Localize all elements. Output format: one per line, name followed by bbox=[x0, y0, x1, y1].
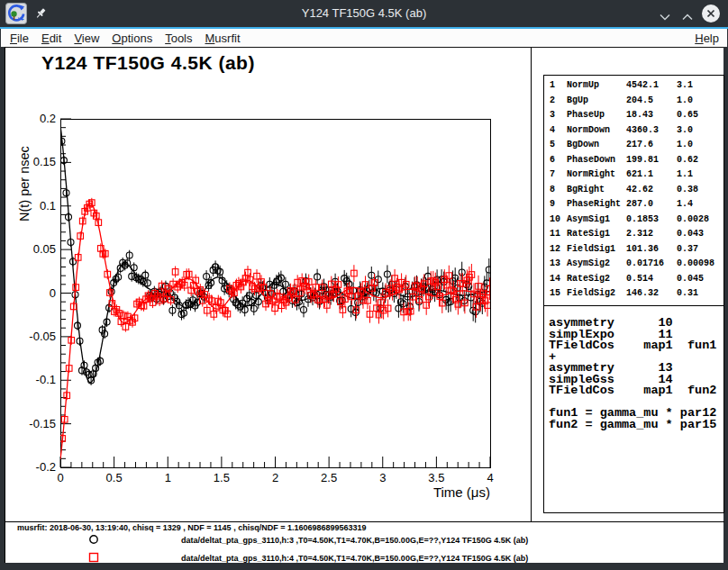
x-tick-label: 1 bbox=[165, 471, 171, 484]
window-title: Y124 TF150G 4.5K (ab) bbox=[0, 6, 728, 20]
param-row: 3PhaseUp18.430.65 bbox=[544, 108, 723, 123]
y-tick-label: 0.1 bbox=[40, 199, 56, 213]
y-tick-label: 0 bbox=[50, 286, 56, 300]
theory-line: TFieldCos map1 fun1 bbox=[549, 340, 723, 352]
maximize-button[interactable] bbox=[681, 9, 694, 25]
data-series-1 bbox=[59, 126, 492, 385]
param-row: 4NormDown4360.33.0 bbox=[544, 123, 723, 139]
plot-title: Y124 TF150G 4.5K (ab) bbox=[41, 52, 255, 74]
x-tick-label: 3.5 bbox=[428, 471, 444, 484]
theory-box: asymmetry 10simplExpo 11TFieldCos map1 f… bbox=[543, 305, 724, 513]
x-tick-label: 3 bbox=[379, 471, 386, 484]
x-tick-label: 0 bbox=[57, 471, 63, 484]
y-tick-label: 0.15 bbox=[33, 155, 56, 168]
legend-label: data/deltat_pta_gps_3110,h:3 ,T0=4.50K,T… bbox=[181, 536, 528, 545]
fit-status-line: musrfit: 2018-06-30, 13:19:40, chisq = 1… bbox=[17, 523, 366, 532]
y-tick-label: -0.15 bbox=[29, 417, 56, 430]
param-row: 2BgUp204.51.0 bbox=[544, 94, 723, 109]
y-tick-label: 0.2 bbox=[40, 112, 56, 125]
param-row: 7NormRight621.11.1 bbox=[544, 167, 723, 183]
menu-item-file[interactable]: File bbox=[4, 32, 35, 45]
app-window: ++ Y124 TF150G 4.5K (ab) bbox=[0, 0, 728, 570]
title-bar: ++ Y124 TF150G 4.5K (ab) bbox=[0, 0, 728, 27]
close-button[interactable] bbox=[701, 4, 721, 27]
parameter-box: 1NormUp4542.13.12BgUp204.51.03PhaseUp18.… bbox=[543, 75, 724, 306]
param-row: 9PhaseRight287.01.4 bbox=[544, 197, 723, 213]
param-row: 6PhaseDown199.810.62 bbox=[544, 153, 723, 168]
param-row: 13AsymSig20.017160.00098 bbox=[544, 257, 723, 272]
x-tick-label: 2 bbox=[272, 471, 278, 484]
legend-label: data/deltat_pta_gps_3110,h:4 ,T0=4.50K,T… bbox=[181, 554, 528, 563]
menu-item-tools[interactable]: Tools bbox=[159, 32, 198, 45]
legend-marker-square-icon bbox=[88, 552, 99, 563]
param-row: 12FieldSig1101.360.37 bbox=[544, 242, 723, 258]
menu-item-help[interactable]: Help bbox=[687, 32, 727, 45]
param-row: 11RateSig12.3120.043 bbox=[544, 227, 723, 242]
menu-bar: FileEditViewOptionsToolsMusrfit Help bbox=[1, 29, 727, 47]
y-tick-label: -0.2 bbox=[36, 460, 56, 474]
theory-line: TFieldCos map1 fun2 bbox=[549, 385, 723, 397]
menu-item-options[interactable]: Options bbox=[105, 32, 159, 45]
x-axis-title: Time (μs) bbox=[364, 484, 490, 500]
pad-divider-horizontal bbox=[5, 521, 724, 522]
y-tick-label: -0.05 bbox=[29, 330, 56, 343]
param-row: 14RateSig20.5140.045 bbox=[544, 272, 723, 287]
legend-marker-circle-icon bbox=[88, 534, 99, 545]
x-tick-label: 1.5 bbox=[214, 471, 230, 484]
y-tick-label: 0.05 bbox=[33, 242, 56, 256]
param-row: 1NormUp4542.13.1 bbox=[544, 78, 723, 94]
plot-area[interactable]: 00.511.522.533.540.20.150.10.050-0.05-0.… bbox=[5, 48, 531, 521]
root-canvas: 00.511.522.533.540.20.150.10.050-0.05-0.… bbox=[5, 47, 723, 563]
param-row: 15FieldSig2146.320.31 bbox=[544, 286, 723, 302]
param-row: 8BgRight42.620.38 bbox=[544, 183, 723, 198]
x-tick-label: 0.5 bbox=[106, 471, 123, 484]
y-axis-title: N(t) per nsec bbox=[17, 112, 32, 222]
minimize-button[interactable] bbox=[659, 9, 671, 25]
legend-entry: data/deltat_pta_gps_3110,h:3 ,T0=4.50K,T… bbox=[5, 534, 724, 548]
error-bars bbox=[62, 198, 489, 443]
fit-curve bbox=[60, 204, 490, 459]
x-tick-label: 2.5 bbox=[321, 471, 337, 484]
param-row: 10AsymSig10.18530.0028 bbox=[544, 213, 723, 228]
y-tick-label: -0.1 bbox=[36, 373, 56, 386]
x-tick-label: 4 bbox=[487, 471, 493, 484]
menu-item-view[interactable]: View bbox=[68, 32, 105, 45]
theory-line: fun2 = gamma_mu * par15 bbox=[549, 420, 723, 431]
pad-divider-vertical bbox=[531, 48, 532, 521]
data-series-2 bbox=[59, 198, 493, 459]
menu-items: FileEditViewOptionsToolsMusrfit bbox=[1, 32, 247, 45]
fit-curve bbox=[60, 126, 490, 383]
menu-item-musrfit[interactable]: Musrfit bbox=[199, 32, 247, 45]
legend-entry: data/deltat_pta_gps_3110,h:4 ,T0=4.50K,T… bbox=[5, 552, 724, 566]
param-row: 5BgDown217.61.0 bbox=[544, 138, 723, 153]
menu-item-edit[interactable]: Edit bbox=[35, 32, 68, 45]
